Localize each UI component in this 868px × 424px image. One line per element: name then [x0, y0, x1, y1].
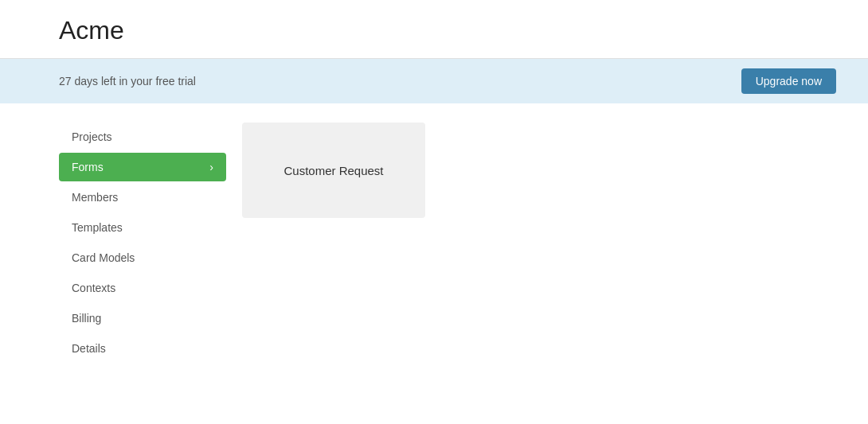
sidebar-item-templates[interactable]: Templates: [59, 213, 226, 242]
sidebar-item-label: Members: [72, 191, 118, 204]
sidebar-item-label: Details: [72, 342, 106, 355]
sidebar: Projects Forms › Members Templates Card …: [59, 123, 226, 364]
sidebar-item-contexts[interactable]: Contexts: [59, 274, 226, 302]
chevron-right-icon: ›: [209, 161, 213, 173]
trial-message: 27 days left in your free trial: [59, 75, 196, 88]
app-title: Acme: [59, 16, 836, 45]
trial-banner: 27 days left in your free trial Upgrade …: [0, 59, 868, 103]
form-card-title: Customer Request: [283, 164, 383, 177]
sidebar-item-billing[interactable]: Billing: [59, 304, 226, 333]
sidebar-item-details[interactable]: Details: [59, 334, 226, 363]
content-area: Customer Request: [226, 123, 868, 364]
sidebar-item-forms[interactable]: Forms ›: [59, 153, 226, 181]
sidebar-item-label: Card Models: [72, 251, 135, 264]
sidebar-item-label: Projects: [72, 130, 112, 143]
form-card-customer-request[interactable]: Customer Request: [242, 123, 425, 218]
sidebar-item-card-models[interactable]: Card Models: [59, 243, 226, 272]
sidebar-item-label: Forms: [72, 161, 104, 173]
upgrade-button[interactable]: Upgrade now: [741, 68, 836, 94]
sidebar-item-members[interactable]: Members: [59, 183, 226, 212]
sidebar-item-label: Contexts: [72, 282, 115, 294]
sidebar-item-label: Billing: [72, 312, 101, 325]
sidebar-item-projects[interactable]: Projects: [59, 123, 226, 151]
main-layout: Projects Forms › Members Templates Card …: [0, 103, 868, 364]
header: Acme: [0, 0, 868, 59]
sidebar-item-label: Templates: [72, 221, 123, 234]
